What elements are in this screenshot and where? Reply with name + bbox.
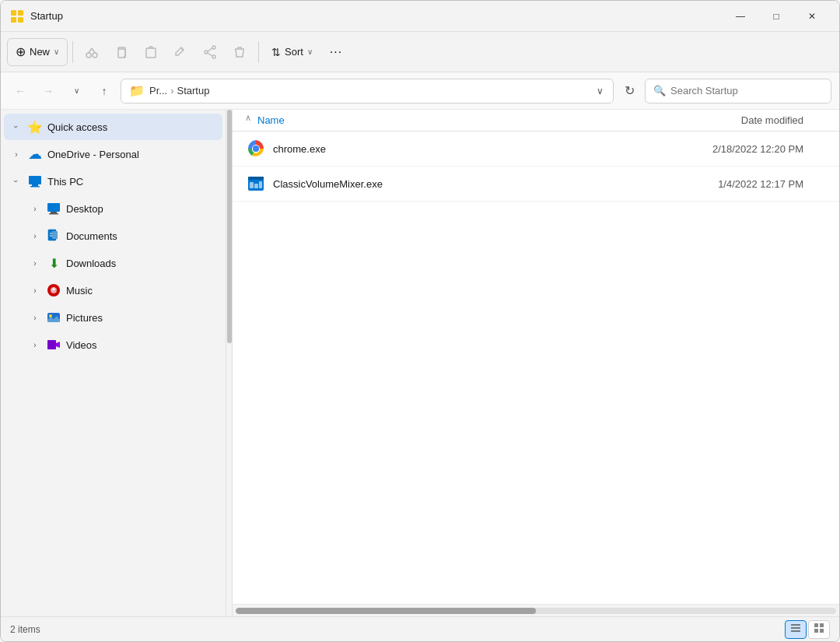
share-button[interactable] (196, 38, 224, 66)
svg-rect-40 (259, 181, 262, 188)
svg-rect-31 (47, 340, 56, 349)
address-path-sep: › (170, 85, 173, 96)
svg-point-11 (212, 46, 215, 49)
svg-rect-0 (11, 10, 16, 16)
videos-chevron: › (29, 339, 41, 351)
table-row[interactable]: chrome.exe 2/18/2022 12:20 PM (233, 132, 839, 167)
sidebar-item-videos[interactable]: › Videos (4, 332, 222, 358)
sidebar-item-this-pc[interactable]: › This PC (4, 168, 222, 195)
view-buttons (785, 620, 830, 639)
svg-line-10 (181, 48, 184, 51)
music-label: Music (66, 285, 93, 296)
quick-access-icon: ⭐ (27, 119, 43, 135)
back-button[interactable]: ← (9, 79, 32, 103)
status-bar: 2 items (1, 616, 839, 641)
horizontal-scrollbar[interactable] (233, 604, 839, 616)
toolbar-sep-1 (72, 41, 73, 63)
list-view-button[interactable] (785, 620, 807, 639)
svg-point-35 (253, 146, 259, 152)
quick-access-chevron: › (10, 121, 23, 133)
window-controls: — □ ✕ (723, 4, 830, 29)
onedrive-label: OneDrive - Personal (47, 149, 139, 160)
svg-rect-9 (146, 48, 156, 58)
new-button[interactable]: ⊕ New ∨ (7, 38, 68, 66)
sidebar-item-downloads[interactable]: › ⬇ Downloads (4, 250, 222, 276)
search-icon: 🔍 (653, 85, 666, 96)
sidebar-item-documents[interactable]: › Documents (4, 223, 222, 249)
documents-chevron: › (29, 230, 41, 242)
scrollbar-thumb (236, 608, 536, 614)
sidebar-item-music[interactable]: › Music (4, 277, 222, 303)
pictures-icon (46, 310, 61, 325)
svg-point-30 (49, 314, 52, 317)
scrollbar-track (236, 608, 836, 614)
downloads-chevron: › (29, 257, 41, 269)
desktop-label: Desktop (66, 203, 103, 215)
videos-label: Videos (66, 339, 97, 351)
search-box[interactable]: 🔍 (645, 79, 831, 103)
more-icon: ··· (330, 45, 342, 59)
maximize-button[interactable]: □ (758, 4, 794, 29)
copy-button[interactable] (107, 38, 135, 66)
table-row[interactable]: ClassicVolumeMixer.exe 1/4/2022 12:17 PM (233, 167, 839, 202)
sidebar-item-onedrive[interactable]: › ☁ OneDrive - Personal (4, 141, 222, 167)
svg-rect-45 (820, 623, 824, 627)
sidebar-item-quick-access[interactable]: › ⭐ Quick access (4, 114, 222, 140)
svg-line-6 (89, 48, 92, 53)
paste-button[interactable] (137, 38, 165, 66)
forward-icon: → (43, 85, 54, 97)
title-bar: Startup — □ ✕ (1, 1, 839, 32)
svg-rect-38 (250, 182, 254, 188)
svg-rect-44 (814, 623, 818, 627)
quick-access-label: Quick access (47, 121, 107, 133)
svg-line-15 (208, 53, 212, 56)
sort-up-icon: ∧ (245, 113, 251, 123)
up-button[interactable]: ↑ (93, 79, 116, 103)
more-button[interactable]: ··· (322, 38, 350, 66)
sort-icon: ⇅ (271, 46, 281, 58)
sidebar-item-pictures[interactable]: › Pictures (4, 304, 222, 331)
address-chevron-button[interactable]: ∨ (595, 84, 605, 98)
name-column-header[interactable]: Name (245, 114, 671, 126)
details-view-button[interactable] (808, 620, 830, 639)
svg-rect-20 (51, 212, 57, 213)
this-pc-chevron: › (10, 175, 23, 188)
svg-point-5 (93, 53, 97, 58)
cut-button[interactable] (78, 38, 106, 66)
recent-locations-button[interactable]: ∨ (65, 79, 88, 103)
forward-button[interactable]: → (37, 79, 60, 103)
minimize-button[interactable]: — (723, 4, 758, 29)
sidebar-item-desktop[interactable]: › Desktop (4, 195, 222, 222)
chrome-exe-name: chrome.exe (273, 143, 671, 155)
refresh-icon: ↻ (625, 83, 635, 98)
new-button-label: New (30, 46, 50, 58)
address-bar[interactable]: 📁 Pr... › Startup ∨ (121, 79, 614, 103)
rename-button[interactable] (166, 38, 194, 66)
toolbar: ⊕ New ∨ (1, 32, 839, 72)
close-button[interactable]: ✕ (794, 4, 830, 29)
downloads-label: Downloads (66, 258, 116, 269)
delete-button[interactable] (226, 38, 254, 66)
search-input[interactable] (670, 85, 823, 96)
sort-button-label: Sort (285, 46, 303, 58)
documents-icon (46, 228, 61, 244)
svg-rect-21 (49, 213, 58, 215)
music-chevron: › (29, 284, 41, 296)
svg-rect-37 (248, 177, 264, 180)
sort-button[interactable]: ⇅ Sort ∨ (264, 38, 320, 66)
onedrive-chevron: › (10, 148, 23, 160)
music-icon (46, 282, 61, 298)
svg-rect-47 (820, 629, 824, 633)
svg-rect-3 (18, 17, 23, 23)
pictures-chevron: › (29, 311, 41, 324)
onedrive-icon: ☁ (27, 146, 43, 162)
desktop-icon (46, 201, 61, 216)
pictures-label: Pictures (66, 312, 103, 324)
date-column-header[interactable]: Date modified (671, 114, 827, 126)
address-row: ← → ∨ ↑ 📁 Pr... › Startup ∨ ↻ 🔍 (1, 72, 839, 110)
sidebar-scrollbar[interactable] (226, 110, 233, 616)
svg-line-14 (208, 48, 212, 51)
this-pc-label: This PC (47, 176, 83, 188)
refresh-button[interactable]: ↻ (618, 80, 640, 102)
address-path: Pr... › Startup (149, 85, 590, 96)
